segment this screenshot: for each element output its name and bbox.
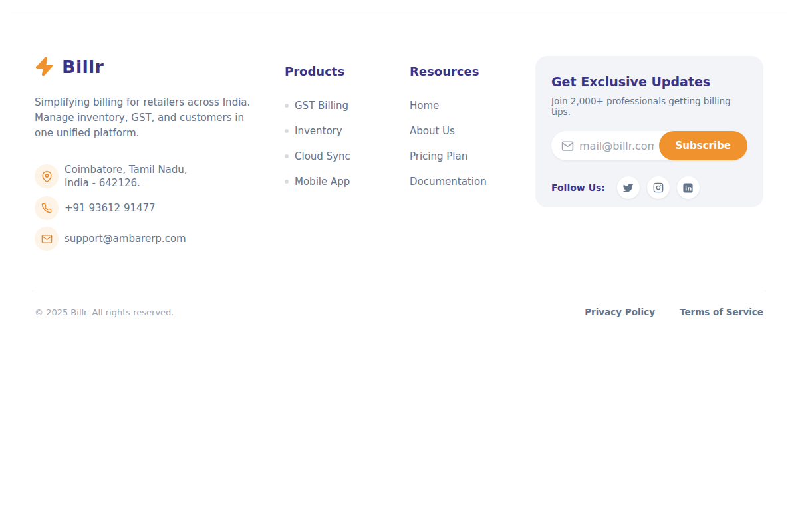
privacy-policy-link[interactable]: Privacy Policy bbox=[585, 307, 655, 317]
resources-list: Home About Us Pricing Plan Documentation bbox=[410, 100, 535, 188]
resource-link-home[interactable]: Home bbox=[410, 100, 535, 112]
bottom-links: Privacy Policy Terms of Service bbox=[585, 307, 763, 317]
contact-phone-text: +91 93612 91477 bbox=[65, 201, 156, 215]
product-link-label: Mobile App bbox=[295, 176, 350, 188]
brand-name: Billr bbox=[62, 57, 104, 77]
contact-phone[interactable]: +91 93612 91477 bbox=[35, 196, 285, 220]
brand-description: Simplifying billing for retailers across… bbox=[35, 95, 285, 141]
twitter-button[interactable] bbox=[617, 176, 640, 199]
contact-location: Coimbatore, Tamil Nadu, India - 642126. bbox=[35, 163, 285, 190]
location-line-1: Coimbatore, Tamil Nadu, bbox=[65, 164, 188, 176]
product-link-label: GST Billing bbox=[295, 100, 348, 112]
map-pin-icon bbox=[35, 164, 59, 188]
product-link-inventory[interactable]: Inventory bbox=[285, 125, 410, 137]
brand-description-line: Manage inventory, GST, and customers in bbox=[35, 110, 285, 126]
resource-link-label: Pricing Plan bbox=[410, 150, 467, 162]
follow-row: Follow Us: bbox=[551, 176, 747, 199]
product-link-gst-billing[interactable]: GST Billing bbox=[285, 100, 410, 112]
brand-description-line: one unified platform. bbox=[35, 126, 285, 141]
instagram-button[interactable] bbox=[647, 176, 670, 199]
terms-of-service-link[interactable]: Terms of Service bbox=[680, 307, 763, 317]
product-link-mobile-app[interactable]: Mobile App bbox=[285, 176, 410, 188]
contact-location-text: Coimbatore, Tamil Nadu, India - 642126. bbox=[65, 163, 188, 190]
resources-column: Resources Home About Us Pricing Plan Doc… bbox=[410, 56, 535, 251]
contact-email-text: support@ambarerp.com bbox=[65, 232, 186, 245]
newsletter-subtitle: Join 2,000+ professionals getting billin… bbox=[551, 96, 747, 117]
brand-column: Billr Simplifying billing for retailers … bbox=[35, 56, 285, 251]
newsletter-title: Get Exclusive Updates bbox=[551, 74, 747, 89]
resource-link-about-us[interactable]: About Us bbox=[410, 125, 535, 137]
mail-icon bbox=[35, 227, 59, 251]
products-column: Products GST Billing Inventory Cloud Syn… bbox=[285, 56, 410, 251]
bullet-icon bbox=[285, 104, 289, 108]
brand-logo: Billr bbox=[35, 56, 285, 77]
linkedin-button[interactable] bbox=[677, 176, 700, 199]
contact-email[interactable]: support@ambarerp.com bbox=[35, 227, 285, 251]
newsletter-card: Get Exclusive Updates Join 2,000+ profes… bbox=[535, 56, 763, 207]
products-title: Products bbox=[285, 65, 410, 78]
phone-icon bbox=[35, 196, 59, 220]
products-list: GST Billing Inventory Cloud Sync Mobile … bbox=[285, 100, 410, 188]
bullet-icon bbox=[285, 180, 289, 184]
bottom-bar: © 2025 Billr. All rights reserved. Priva… bbox=[35, 307, 763, 317]
footer: Billr Simplifying billing for retailers … bbox=[35, 56, 763, 251]
resource-link-label: Home bbox=[410, 100, 439, 112]
follow-us-label: Follow Us: bbox=[551, 182, 605, 193]
bottom-divider bbox=[35, 289, 763, 289]
twitter-icon bbox=[622, 182, 634, 194]
mail-input-icon bbox=[561, 140, 574, 152]
top-divider bbox=[11, 15, 787, 15]
bolt-icon bbox=[35, 56, 55, 77]
bullet-icon bbox=[285, 154, 289, 158]
resource-link-label: Documentation bbox=[410, 176, 487, 188]
bullet-icon bbox=[285, 129, 289, 133]
email-input[interactable] bbox=[574, 140, 659, 152]
instagram-icon bbox=[653, 182, 664, 193]
product-link-cloud-sync[interactable]: Cloud Sync bbox=[285, 150, 410, 162]
resources-title: Resources bbox=[410, 65, 535, 78]
resource-link-label: About Us bbox=[410, 125, 455, 137]
resource-link-pricing-plan[interactable]: Pricing Plan bbox=[410, 150, 535, 162]
brand-description-line: Simplifying billing for retailers across… bbox=[35, 95, 285, 110]
subscribe-form: Subscribe bbox=[551, 131, 747, 160]
contact-list: Coimbatore, Tamil Nadu, India - 642126. … bbox=[35, 163, 285, 251]
product-link-label: Cloud Sync bbox=[295, 150, 350, 162]
linkedin-icon bbox=[682, 182, 694, 194]
copyright-text: © 2025 Billr. All rights reserved. bbox=[35, 307, 174, 317]
resource-link-documentation[interactable]: Documentation bbox=[410, 176, 535, 188]
location-line-2: India - 642126. bbox=[65, 177, 140, 189]
subscribe-button[interactable]: Subscribe bbox=[659, 131, 748, 160]
product-link-label: Inventory bbox=[295, 125, 342, 137]
